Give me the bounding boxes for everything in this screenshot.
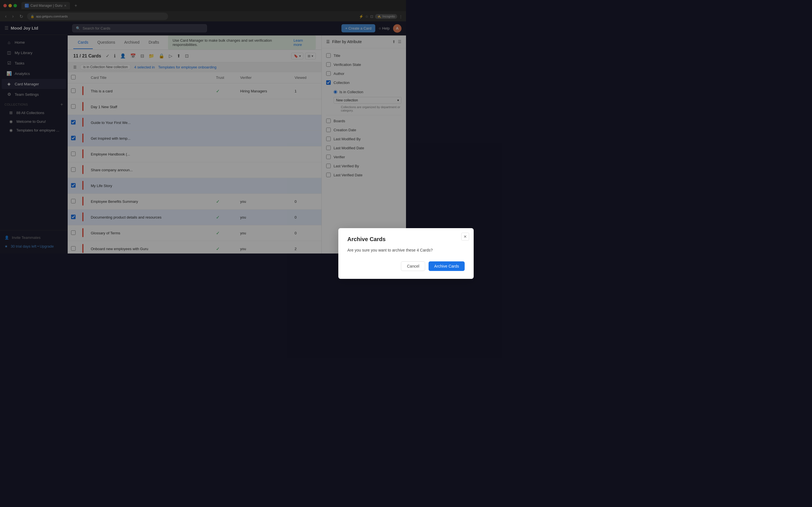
modal-body: Are you sure you want to archive these 4… [347,247,406,253]
modal-title: Archive Cards [347,236,406,242]
archive-cards-modal: ✕ Archive Cards Are you sure you want to… [338,228,406,253]
modal-overlay[interactable]: ✕ Archive Cards Are you sure you want to… [0,0,406,253]
